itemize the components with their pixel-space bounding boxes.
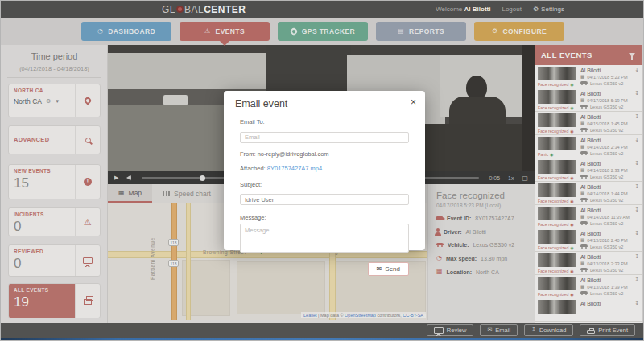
message-textarea[interactable]	[240, 224, 409, 253]
subject-input[interactable]	[240, 194, 409, 205]
subject-label: Subject:	[240, 181, 409, 188]
app-window: GLBALCENTER Welcome Al Bilotti Logout ⚙S…	[0, 0, 644, 341]
modal-title: Email event	[235, 98, 414, 109]
send-button[interactable]: ✉Send	[368, 262, 409, 276]
attached-line: Attached: 8Y01757427A7.mp4	[240, 165, 409, 172]
message-label: Message:	[240, 214, 409, 221]
email-to-label: Email To:	[240, 118, 409, 125]
envelope-icon: ✉	[377, 266, 382, 273]
from-value: no-reply@idriveglobal.com	[258, 150, 329, 158]
close-icon[interactable]: ×	[411, 97, 416, 108]
email-to-input[interactable]	[240, 132, 409, 143]
attachment-link[interactable]: 8Y01757427A7.mp4	[267, 165, 322, 172]
from-line: From: no-reply@idriveglobal.com	[240, 150, 409, 158]
email-event-modal: Email event × Email To: From: no-reply@i…	[224, 91, 425, 250]
